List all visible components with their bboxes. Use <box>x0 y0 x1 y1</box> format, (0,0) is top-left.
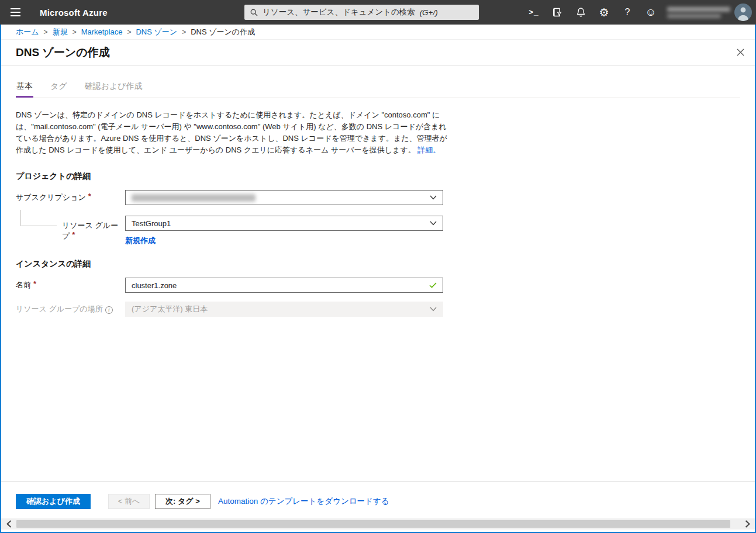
blade-footer: 確認および作成 < 前へ 次: タグ > Automation のテンプレートを… <box>1 481 755 509</box>
brand-title[interactable]: Microsoft Azure <box>40 8 108 18</box>
global-search-input[interactable]: リソース、サービス、ドキュメントの検索 (G+/) <box>244 5 479 20</box>
tree-connector <box>20 210 57 226</box>
section-project-details: プロジェクトの詳細 <box>16 171 740 182</box>
hamburger-menu-icon[interactable] <box>0 0 30 25</box>
cloud-shell-icon[interactable]: >_ <box>522 0 546 25</box>
breadcrumb-separator: > <box>73 28 77 36</box>
topbar: Microsoft Azure リソース、サービス、ドキュメントの検索 (G+/… <box>0 0 756 25</box>
previous-button: < 前へ <box>108 494 150 509</box>
account-info-redacted[interactable] <box>667 3 730 22</box>
location-label: リソース グループの場所i <box>16 304 125 314</box>
section-instance-details: インスタンスの詳細 <box>16 259 740 269</box>
location-row: リソース グループの場所i (アジア太平洋) 東日本 <box>16 302 740 317</box>
scroll-right-icon[interactable] <box>740 518 755 529</box>
notifications-bell-icon[interactable] <box>569 0 592 25</box>
info-icon: i <box>105 306 113 314</box>
create-new-link[interactable]: 新規作成 <box>125 236 156 246</box>
wizard-tabs: 基本 タグ 確認および作成 <box>16 80 740 98</box>
settings-gear-icon[interactable]: ⚙ <box>592 0 616 25</box>
azure-portal-screen: Microsoft Azure リソース、サービス、ドキュメントの検索 (G+/… <box>0 0 756 533</box>
breadcrumb-separator: > <box>44 28 48 36</box>
horizontal-scrollbar[interactable] <box>1 518 755 529</box>
valid-check-icon <box>429 282 437 288</box>
breadcrumb-home[interactable]: ホーム <box>16 27 39 37</box>
subscription-label: サブスクリプション* <box>16 192 125 203</box>
subscription-value-redacted <box>132 194 256 202</box>
name-row: 名前* cluster1.zone <box>16 278 740 293</box>
intro-text: DNS ゾーンは、特定のドメインの DNS レコードをホストするために使用されま… <box>16 109 450 156</box>
chevron-down-icon <box>430 195 437 200</box>
breadcrumb-dns-zone[interactable]: DNS ゾーン <box>136 27 177 37</box>
search-icon <box>250 9 258 16</box>
avatar[interactable] <box>734 4 752 21</box>
name-label: 名前* <box>16 280 125 290</box>
breadcrumb: ホーム > 新規 > Marketplace > DNS ゾーン > DNS ゾ… <box>1 25 755 40</box>
learn-more-link[interactable]: 詳細。 <box>417 146 440 154</box>
breadcrumb-new[interactable]: 新規 <box>53 27 68 37</box>
name-value: cluster1.zone <box>132 281 177 290</box>
scrollbar-thumb[interactable] <box>16 520 730 528</box>
search-placeholder: リソース、サービス、ドキュメントの検索 <box>263 7 415 18</box>
blade-header: DNS ゾーンの作成 <box>1 40 755 65</box>
page-title: DNS ゾーンの作成 <box>16 45 110 60</box>
resource-group-label: リソース グループ* <box>16 220 125 241</box>
name-input[interactable]: cluster1.zone <box>125 278 443 293</box>
blade-content: 基本 タグ 確認および作成 DNS ゾーンは、特定のドメインの DNS レコード… <box>1 80 755 317</box>
help-icon[interactable]: ? <box>616 0 639 25</box>
tab-review-create[interactable]: 確認および作成 <box>84 80 143 98</box>
required-marker: * <box>33 279 36 288</box>
search-shortcut-hint: (G+/) <box>420 8 438 17</box>
next-tags-button[interactable]: 次: タグ > <box>155 494 210 509</box>
required-marker: * <box>72 230 75 239</box>
location-dropdown: (アジア太平洋) 東日本 <box>125 302 443 317</box>
topbar-icon-group: >_ ⚙ ? ☺ <box>522 0 662 25</box>
directory-filter-icon[interactable] <box>546 0 569 25</box>
person-icon <box>734 4 752 21</box>
chevron-down-icon <box>430 221 437 226</box>
create-dns-zone-blade: ホーム > 新規 > Marketplace > DNS ゾーン > DNS ゾ… <box>0 25 756 533</box>
breadcrumb-separator: > <box>182 28 186 36</box>
breadcrumb-current: DNS ゾーンの作成 <box>191 27 255 37</box>
subscription-row: サブスクリプション* <box>16 190 740 205</box>
breadcrumb-separator: > <box>127 28 131 36</box>
tab-tags[interactable]: タグ <box>50 80 68 98</box>
download-automation-template-link[interactable]: Automation のテンプレートをダウンロードする <box>218 496 389 507</box>
close-icon[interactable] <box>733 44 748 60</box>
review-create-button[interactable]: 確認および作成 <box>16 494 91 509</box>
resource-group-value: TestGroup1 <box>132 219 171 228</box>
breadcrumb-marketplace[interactable]: Marketplace <box>81 27 123 36</box>
resource-group-row: リソース グループ* TestGroup1 新規作成 <box>16 216 740 246</box>
chevron-down-icon <box>430 307 437 312</box>
scroll-left-icon[interactable] <box>1 518 16 529</box>
tab-basics[interactable]: 基本 <box>16 80 33 98</box>
location-value: (アジア太平洋) 東日本 <box>132 304 208 314</box>
feedback-smiley-icon[interactable]: ☺ <box>639 0 662 25</box>
subscription-dropdown[interactable] <box>125 190 443 205</box>
required-marker: * <box>88 192 91 200</box>
resource-group-dropdown[interactable]: TestGroup1 <box>125 216 443 231</box>
